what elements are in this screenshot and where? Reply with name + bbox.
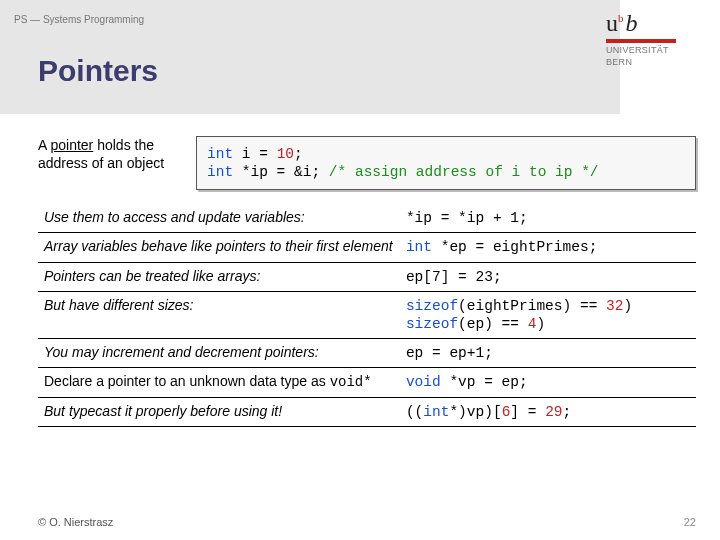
logo-bar xyxy=(606,39,676,43)
row-code: sizeof(eightPrimes) == 32) sizeof(ep) ==… xyxy=(400,291,696,338)
footer: © O. Nierstrasz 22 xyxy=(38,516,696,528)
table-row: Array variables behave like pointers to … xyxy=(38,233,696,262)
table-row: But have different sizes:sizeof(eightPri… xyxy=(38,291,696,338)
row-code: ep[7] = 23; xyxy=(400,262,696,291)
logo-city: BERN xyxy=(606,57,696,67)
row-code: ((int*)vp)[6] = 29; xyxy=(400,397,696,426)
logo-ub: ubb xyxy=(606,10,696,37)
row-label: Declare a pointer to an unknown data typ… xyxy=(38,368,400,398)
page-title: Pointers xyxy=(38,54,158,88)
table-row: Declare a pointer to an unknown data typ… xyxy=(38,368,696,398)
row-code: int *ep = eightPrimes; xyxy=(400,233,696,262)
row-label: But have different sizes: xyxy=(38,291,400,338)
row-label: Use them to access and update variables: xyxy=(38,204,400,233)
breadcrumb: PS — Systems Programming xyxy=(14,14,144,25)
intro-row: A pointer holds the address of an object… xyxy=(38,136,696,190)
row-code: ep = ep+1; xyxy=(400,338,696,367)
intro-text: A pointer holds the address of an object xyxy=(38,136,178,172)
row-code: void *vp = ep; xyxy=(400,368,696,398)
content: A pointer holds the address of an object… xyxy=(38,136,696,492)
copyright: © O. Nierstrasz xyxy=(38,516,113,528)
page-number: 22 xyxy=(684,516,696,528)
row-label: You may increment and decrement pointers… xyxy=(38,338,400,367)
table-row: You may increment and decrement pointers… xyxy=(38,338,696,367)
logo-university: UNIVERSITÄT xyxy=(606,45,696,55)
row-label: Array variables behave like pointers to … xyxy=(38,233,400,262)
table-row: But typecast it properly before using it… xyxy=(38,397,696,426)
pointer-table: Use them to access and update variables:… xyxy=(38,204,696,426)
table-row: Pointers can be treated like arrays:ep[7… xyxy=(38,262,696,291)
logo: ubb UNIVERSITÄT BERN xyxy=(606,10,696,67)
table-row: Use them to access and update variables:… xyxy=(38,204,696,233)
row-code: *ip = *ip + 1; xyxy=(400,204,696,233)
row-label: But typecast it properly before using it… xyxy=(38,397,400,426)
intro-code: int i = 10; int *ip = &i; /* assign addr… xyxy=(196,136,696,190)
row-label: Pointers can be treated like arrays: xyxy=(38,262,400,291)
